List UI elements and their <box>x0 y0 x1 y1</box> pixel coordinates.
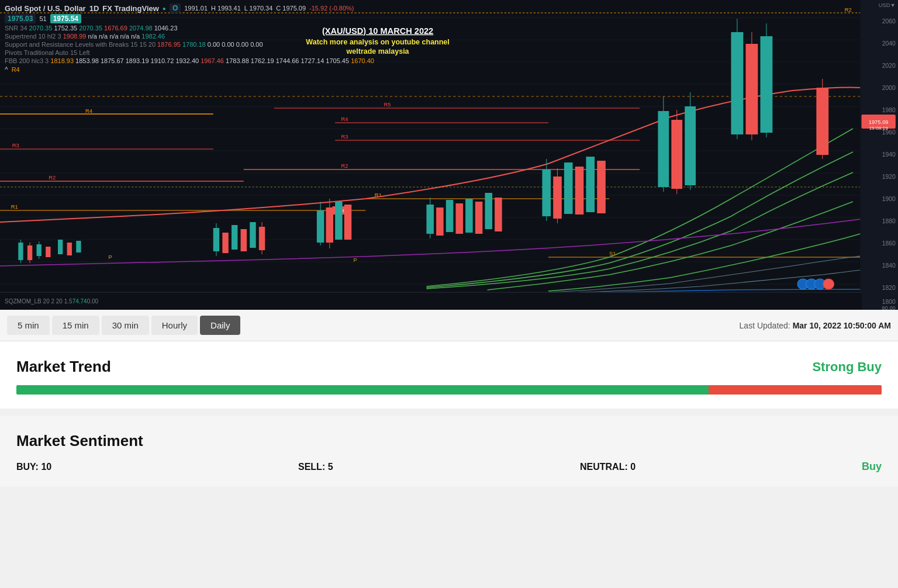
svg-rect-56 <box>241 229 247 251</box>
svg-text:1940: 1940 <box>882 151 896 158</box>
snr-indicator: SNR 34 2070.35 1752.35 2070.35 1676.69 2… <box>5 25 374 32</box>
svg-text:1975.09: 1975.09 <box>869 119 889 125</box>
svg-rect-46 <box>46 247 50 257</box>
sentiment-buy: BUY: 10 <box>16 462 298 472</box>
last-updated: Last Updated: Mar 10, 2022 10:50:00 AM <box>740 321 891 330</box>
svg-text:P: P <box>353 257 357 263</box>
sentiment-signal: Buy <box>862 461 882 473</box>
market-trend-header: Market Trend Strong Buy <box>16 358 882 376</box>
timeframe-bar: 5 min 15 min 30 min Hourly Daily Last Up… <box>0 310 898 341</box>
supertrend-indicator: Supertrend 10 hl2 3 1908.99 n/a n/a n/a … <box>5 33 374 40</box>
svg-text:R1: R1 <box>11 204 18 210</box>
svg-rect-65 <box>344 205 352 240</box>
svg-rect-81 <box>586 157 595 212</box>
svg-rect-82 <box>597 161 606 213</box>
trend-bar-sell <box>709 385 882 395</box>
ohlc-open-val: 1991.01 <box>184 5 208 12</box>
svg-rect-79 <box>564 162 573 214</box>
svg-text:R4: R4 <box>85 108 92 114</box>
svg-text:R2: R2 <box>341 163 348 169</box>
svg-text:USD▼: USD▼ <box>879 2 896 8</box>
svg-rect-49 <box>76 241 81 253</box>
svg-text:1840: 1840 <box>882 262 896 269</box>
chart-header: Gold Spot / U.S. Dollar 1D FX TradingVie… <box>5 4 374 74</box>
neutral-value: 0 <box>630 462 635 472</box>
svg-text:R2: R2 <box>49 175 56 181</box>
market-trend-section: Market Trend Strong Buy <box>0 341 898 409</box>
svg-text:R5: R5 <box>384 102 391 108</box>
svg-text:1920: 1920 <box>882 174 896 180</box>
fbb-indicator: FBB 200 hlc3 3 1818.93 1853.98 1875.67 1… <box>5 57 374 64</box>
sentiment-neutral: NEUTRAL: 0 <box>580 462 862 472</box>
num-label: 51 <box>39 15 46 22</box>
sell-label: SELL: <box>298 462 325 472</box>
chart-container: R2 S1 R1 R1 R2 R2 R3 R3 R4 R4 R5 <box>0 0 898 310</box>
svg-text:2000: 2000 <box>882 85 896 91</box>
svg-text:1900: 1900 <box>882 196 896 202</box>
svg-rect-72 <box>475 202 483 234</box>
bottom-indicator-bar: SQZMOM_LB 20 2 20 1.5 74.74 0.00 <box>0 292 862 310</box>
svg-rect-71 <box>465 199 473 233</box>
svg-rect-70 <box>455 203 463 234</box>
svg-text:P: P <box>108 254 112 260</box>
trend-bar <box>16 385 882 395</box>
chart-timeframe: 1D <box>89 4 99 13</box>
svg-text:R2: R2 <box>845 7 852 13</box>
svg-text:1800: 1800 <box>882 299 896 305</box>
svg-rect-74 <box>495 198 502 231</box>
tab-30min[interactable]: 30 min <box>102 316 149 335</box>
tab-hourly[interactable]: Hourly <box>151 316 198 335</box>
svg-rect-54 <box>222 233 228 253</box>
svg-text:1960: 1960 <box>882 129 896 136</box>
chart-title: Gold Spot / U.S. Dollar <box>5 4 86 13</box>
svg-text:1880: 1880 <box>882 218 896 224</box>
svg-text:R4: R4 <box>341 116 348 122</box>
svg-rect-80 <box>575 167 584 215</box>
ohlc-change: -15.92 (-0.80%) <box>309 5 354 12</box>
svg-text:2040: 2040 <box>882 40 896 47</box>
svg-text:2020: 2020 <box>882 63 896 69</box>
tab-15min[interactable]: 15 min <box>52 316 99 335</box>
tab-5min[interactable]: 5 min <box>7 316 50 335</box>
svg-rect-57 <box>250 222 255 248</box>
market-trend-title: Market Trend <box>16 358 111 376</box>
ohlc-open-label: O <box>170 4 181 13</box>
svg-text:2060: 2060 <box>882 18 896 25</box>
sqzmom-zero: 0.00 <box>87 298 98 305</box>
buy-value: 10 <box>41 462 51 472</box>
pivots-indicator: Pivots Traditional Auto 15 Left <box>5 49 374 56</box>
chart-source: FX TradingView <box>102 4 159 13</box>
current-price-badge: 1975.03 <box>5 14 36 23</box>
sentiment-row: BUY: 10 SELL: 5 NEUTRAL: 0 Buy <box>16 461 882 473</box>
svg-text:1980: 1980 <box>882 107 896 113</box>
sqzmom-label: SQZMOM_LB 20 2 20 1.5 <box>5 298 72 305</box>
trend-bar-buy <box>16 385 709 395</box>
svg-text:80.00: 80.00 <box>882 305 895 310</box>
sqzmom-val: 74.74 <box>72 298 87 305</box>
svg-rect-68 <box>436 207 444 236</box>
buy-label: BUY: <box>16 462 39 472</box>
sell-value: 5 <box>328 462 333 472</box>
market-sentiment-section: Market Sentiment BUY: 10 SELL: 5 NEUTRAL… <box>0 416 898 487</box>
svg-text:R3: R3 <box>12 143 19 148</box>
svg-point-130 <box>823 279 834 289</box>
svg-text:1820: 1820 <box>882 285 896 291</box>
market-trend-signal: Strong Buy <box>812 359 882 375</box>
svg-rect-64 <box>335 202 343 240</box>
market-sentiment-title: Market Sentiment <box>16 432 882 450</box>
svg-rect-55 <box>232 225 237 250</box>
tab-daily[interactable]: Daily <box>200 316 240 335</box>
last-updated-label: Last Updated: <box>740 321 790 330</box>
svg-text:R3: R3 <box>341 134 348 140</box>
sentiment-sell: SELL: 5 <box>298 462 580 472</box>
price-badge-white: 1975.54 <box>50 14 81 23</box>
svg-rect-47 <box>58 240 63 254</box>
svg-rect-73 <box>485 193 492 229</box>
ohlc-high: H 1993.41 <box>211 5 241 12</box>
ohlc-close: C 1975.09 <box>276 5 306 12</box>
svg-text:1860: 1860 <box>882 240 896 247</box>
support-resistance-indicator: Support and Resistance Levels with Break… <box>5 41 374 48</box>
svg-rect-48 <box>67 243 72 255</box>
ohlc-low: L 1970.34 <box>244 5 273 12</box>
neutral-label: NEUTRAL: <box>580 462 628 472</box>
